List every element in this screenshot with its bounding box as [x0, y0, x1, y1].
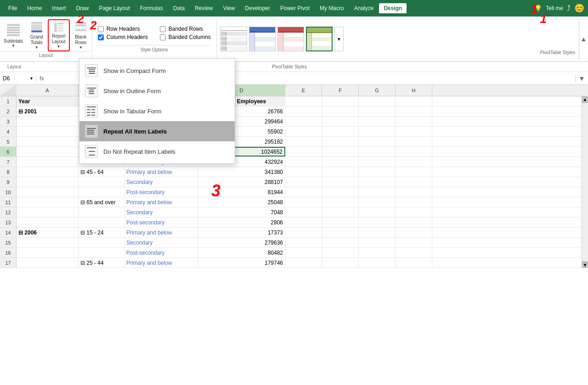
tab-data[interactable]: Data — [169, 3, 189, 13]
tab-analyze[interactable]: Analyze — [350, 3, 379, 13]
subtotals-button[interactable]: Subtotals ▼ — [1, 19, 26, 51]
vertical-scrollbar[interactable]: ▲ ▼ — [582, 96, 588, 268]
repeat-labels-icon — [85, 125, 98, 138]
tab-insert[interactable]: Insert — [47, 3, 70, 13]
cell-2a[interactable]: ⊟ 2001 — [17, 106, 79, 116]
row-num-14[interactable]: 14 — [0, 228, 16, 238]
menu-item-tabular[interactable]: Show in Tabular Form — [79, 101, 235, 121]
cell-2g — [359, 106, 396, 116]
col-header-e[interactable]: E — [285, 85, 322, 96]
col-header-g[interactable]: G — [359, 85, 396, 96]
cell-12a — [17, 207, 79, 217]
smiley-icon[interactable]: 😊 — [574, 3, 584, 13]
cell-reference-box[interactable]: D6 ▼ — [0, 75, 37, 82]
row-num-3[interactable]: 3 — [0, 117, 16, 127]
pivot-style-grey[interactable] — [220, 27, 247, 51]
header-e — [285, 96, 322, 106]
row-num-8[interactable]: 8 — [0, 167, 16, 177]
table-row: Post-secondary 80482 — [17, 248, 582, 258]
blank-rows-button[interactable]: BlankRows ▼ — [71, 19, 91, 51]
scroll-down-button[interactable]: ▼ — [582, 262, 588, 268]
row-num-5[interactable]: 5 — [0, 137, 16, 147]
svg-rect-18 — [75, 27, 86, 29]
cell-16d[interactable]: 80482 — [198, 248, 285, 257]
cell-9b — [79, 177, 124, 187]
tab-pagelayout[interactable]: Page Layout — [94, 3, 134, 13]
cell-12d[interactable]: 7048 — [198, 207, 285, 217]
pivot-styles-more-arrow[interactable]: ▼ — [334, 27, 344, 51]
row-headers-checkbox[interactable]: Row Headers — [98, 26, 149, 32]
cell-10b — [79, 187, 124, 197]
banded-columns-checkbox[interactable]: Banded Columns — [160, 34, 211, 40]
cell-11d[interactable]: 25048 — [198, 197, 285, 207]
row-num-4[interactable]: 4 — [0, 127, 16, 137]
row-num-6[interactable]: 6 — [0, 147, 16, 157]
pivot-style-red[interactable] — [277, 27, 304, 51]
row-num-11[interactable]: 11 — [0, 197, 16, 207]
cell-15a — [17, 238, 79, 247]
row-num-15[interactable]: 15 — [0, 238, 16, 248]
cell-13h — [396, 218, 432, 227]
row-num-2[interactable]: 2 — [0, 106, 16, 117]
banded-rows-checkbox[interactable]: Banded Rows — [160, 26, 211, 32]
cell-9d[interactable]: 288107 — [198, 177, 285, 187]
cell-14d[interactable]: 17373 — [198, 228, 285, 237]
cell-10e — [285, 187, 322, 197]
cell-10d[interactable]: 81944 — [198, 187, 285, 197]
tab-file[interactable]: File — [4, 3, 22, 13]
tab-mymacro[interactable]: My Macro — [315, 3, 349, 13]
grand-totals-button[interactable]: GrandTotals ▼ — [27, 19, 47, 51]
pivot-style-green[interactable] — [306, 27, 333, 51]
svg-rect-4 — [7, 34, 20, 36]
menu-item-repeat[interactable]: Repeat All Item Labels — [79, 121, 235, 141]
row-num-10[interactable]: 10 — [0, 187, 16, 197]
menu-item-outline[interactable]: Show in Outline Form — [79, 81, 235, 101]
svg-rect-14 — [57, 28, 63, 29]
row-num-1[interactable]: 1 — [0, 96, 16, 106]
tell-me-label[interactable]: Tell me — [546, 5, 563, 11]
cell-3g — [359, 117, 396, 126]
cell-ref-dropdown[interactable]: ▼ — [29, 76, 34, 81]
cell-11b: ⊟ 65 and over — [79, 197, 124, 207]
col-header-a[interactable]: A — [17, 85, 79, 96]
tab-review[interactable]: Review — [190, 3, 217, 13]
cell-3a — [17, 117, 79, 126]
cell-8d[interactable]: 341380 — [198, 167, 285, 177]
repeat-labels-label: Repeat All Item Labels — [103, 128, 167, 135]
tab-developer[interactable]: Developer — [240, 3, 275, 13]
scroll-up-button[interactable]: ▲ — [582, 96, 588, 103]
cell-17d[interactable]: 179746 — [198, 258, 285, 268]
cell-13d[interactable]: 2806 — [198, 218, 285, 227]
col-header-f[interactable]: F — [322, 85, 359, 96]
table-row: Secondary 288107 — [17, 177, 582, 187]
share-icon[interactable]: ⤴ — [567, 4, 571, 12]
row-num-13[interactable]: 13 — [0, 218, 16, 228]
row-num-12[interactable]: 12 — [0, 207, 16, 218]
collapse-ribbon-button[interactable]: ▲ — [579, 18, 588, 60]
row-num-16[interactable]: 16 — [0, 248, 16, 258]
col-header-h[interactable]: H — [396, 85, 432, 96]
cell-15d[interactable]: 279636 — [198, 238, 285, 247]
cell-2f — [322, 106, 359, 116]
cell-13e — [285, 218, 322, 227]
row-num-17[interactable]: 17 — [0, 258, 16, 268]
cell-9f — [322, 177, 359, 187]
tab-view[interactable]: View — [219, 3, 240, 13]
menu-item-compact[interactable]: Show in Compact Form — [79, 61, 235, 81]
tab-powerpivot[interactable]: Power Pivot — [276, 3, 314, 13]
cell-5e — [285, 137, 322, 146]
cell-12b — [79, 207, 124, 217]
cell-14g — [359, 228, 396, 237]
tab-formulas[interactable]: Formulas — [136, 3, 168, 13]
column-headers-checkbox[interactable]: Column Headers — [98, 34, 149, 40]
menu-item-no-repeat[interactable]: Do Not Repeat Item Labels — [79, 141, 235, 162]
row-num-7[interactable]: 7 — [0, 157, 16, 167]
cell-14a: ⊟ 2006 — [17, 228, 79, 237]
tab-design[interactable]: Design — [379, 3, 407, 13]
pivot-style-blue[interactable] — [249, 27, 276, 51]
formula-expand-button[interactable]: ▼ — [575, 75, 588, 82]
report-layout-button[interactable]: ReportLayout ▼ — [48, 19, 70, 51]
tab-home[interactable]: Home — [23, 3, 46, 13]
tab-draw[interactable]: Draw — [71, 3, 93, 13]
row-num-9[interactable]: 9 — [0, 177, 16, 187]
